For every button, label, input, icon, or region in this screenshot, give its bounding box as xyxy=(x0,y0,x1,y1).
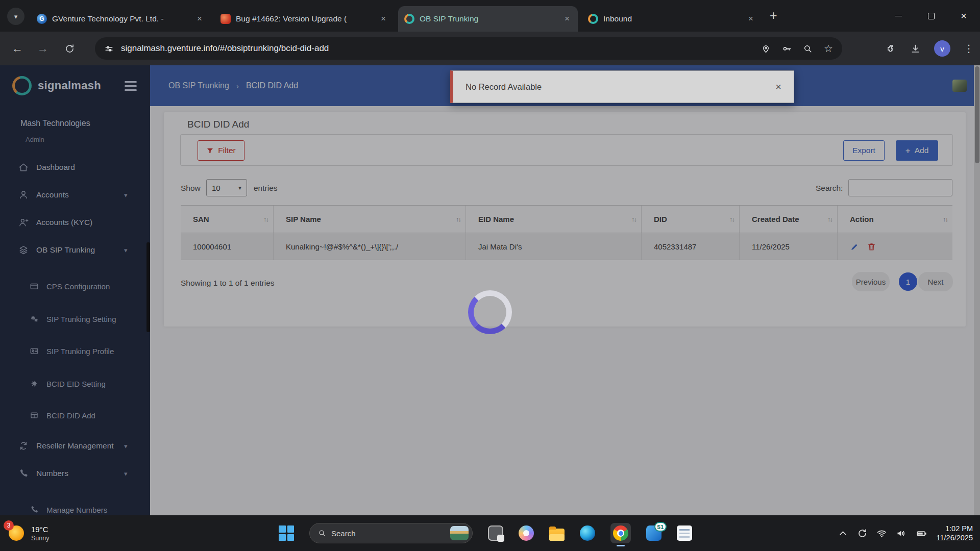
task-view-icon[interactable] xyxy=(488,525,503,541)
menu-kebab-icon[interactable]: ⋮ xyxy=(964,42,974,55)
tab-close-icon[interactable]: × xyxy=(562,14,572,24)
url-text: signalmash.gventure.info/#/obsiptrunking… xyxy=(121,43,329,54)
tab-search-button[interactable]: ▾ xyxy=(7,8,24,25)
clock[interactable]: 1:02 PM 11/26/2025 xyxy=(937,524,973,542)
redmine-favicon xyxy=(220,14,231,24)
clock-date: 11/26/2025 xyxy=(937,533,973,542)
address-bar[interactable]: signalmash.gventure.info/#/obsiptrunking… xyxy=(95,37,842,60)
start-button[interactable] xyxy=(279,525,294,541)
tab-title: Inbound xyxy=(603,14,741,23)
toast-message: No Record Available xyxy=(465,82,542,92)
tab-bug[interactable]: Bug #14662: Version Upgrade ( × xyxy=(214,6,394,32)
tab-title: GVenture Technology Pvt. Ltd. - xyxy=(52,14,190,23)
passwords-key-icon[interactable] xyxy=(782,44,792,54)
tab-gventure[interactable]: G GVenture Technology Pvt. Ltd. - × xyxy=(31,6,210,32)
location-icon[interactable] xyxy=(761,44,771,54)
forward-icon[interactable]: → xyxy=(32,32,54,65)
wifi-icon[interactable] xyxy=(876,528,887,539)
signalmash-favicon xyxy=(404,14,414,24)
weather-temp: 19°C xyxy=(31,525,49,534)
toolbar-right: v ⋮ xyxy=(886,32,974,65)
maximize-button[interactable] xyxy=(915,0,947,32)
close-button[interactable]: × xyxy=(947,0,980,32)
taskbar-center: Search 51 xyxy=(279,515,692,551)
search-icon xyxy=(318,529,326,537)
tab-close-icon[interactable]: × xyxy=(746,14,755,24)
copilot-icon[interactable] xyxy=(519,525,534,541)
zoom-icon[interactable] xyxy=(803,44,813,54)
tab-inbound[interactable]: Inbound × xyxy=(582,6,762,32)
minimize-button[interactable] xyxy=(882,0,915,32)
signalmash-favicon xyxy=(588,14,598,24)
new-tab-button[interactable]: + xyxy=(770,8,777,23)
tab-title: Bug #14662: Version Upgrade ( xyxy=(236,14,374,23)
clock-time: 1:02 PM xyxy=(937,524,973,533)
reload-icon[interactable] xyxy=(58,32,81,65)
gventure-favicon: G xyxy=(37,14,47,24)
chrome-icon[interactable] xyxy=(610,523,631,543)
taskbar: 3 19°C Sunny Search 51 xyxy=(0,515,980,551)
chevron-down-icon: ▾ xyxy=(14,13,18,20)
bookmark-star-icon[interactable]: ☆ xyxy=(824,42,833,55)
tray-chevron-up-icon[interactable] xyxy=(838,528,848,539)
back-icon[interactable]: ← xyxy=(6,32,29,65)
browser-tab-strip: ▾ G GVenture Technology Pvt. Ltd. - × Bu… xyxy=(0,0,980,32)
profile-avatar[interactable]: v xyxy=(934,40,950,57)
battery-icon[interactable] xyxy=(915,528,928,539)
site-info-icon[interactable] xyxy=(104,44,114,54)
tray-sync-icon[interactable] xyxy=(857,528,868,539)
loading-spinner xyxy=(468,290,512,334)
file-explorer-icon[interactable] xyxy=(549,525,565,541)
mail-app-icon[interactable]: 51 xyxy=(646,525,662,541)
notification-badge: 3 xyxy=(4,520,14,531)
tab-ob-sip-trunking[interactable]: OB SIP Trunking × xyxy=(398,6,578,32)
tab-close-icon[interactable]: × xyxy=(195,14,204,24)
tab-title: OB SIP Trunking xyxy=(420,14,557,23)
extensions-icon[interactable] xyxy=(886,43,897,54)
search-placeholder: Search xyxy=(331,529,356,538)
tab-close-icon[interactable]: × xyxy=(379,14,388,24)
window-controls: × xyxy=(882,0,980,32)
toast-notification: No Record Available × xyxy=(450,70,794,103)
search-highlight-image[interactable] xyxy=(450,526,469,540)
web-viewport: signalmash Mash Technologies Admin Dashb… xyxy=(0,65,980,515)
downloads-icon[interactable] xyxy=(910,43,921,54)
speaker-icon[interactable] xyxy=(896,528,906,539)
screen: ▾ G GVenture Technology Pvt. Ltd. - × Bu… xyxy=(0,0,980,551)
weather-widget[interactable]: 3 19°C Sunny xyxy=(7,515,49,551)
taskbar-search[interactable]: Search xyxy=(309,523,473,543)
weather-condition: Sunny xyxy=(31,535,49,542)
browser-toolbar: ← → signalmash.gventure.info/#/obsiptrun… xyxy=(0,32,980,65)
unread-badge: 51 xyxy=(654,522,667,532)
system-tray: 1:02 PM 11/26/2025 xyxy=(838,515,973,551)
edge-icon[interactable] xyxy=(580,525,595,541)
toast-close-icon[interactable]: × xyxy=(775,81,781,93)
notepad-icon[interactable] xyxy=(677,525,692,541)
